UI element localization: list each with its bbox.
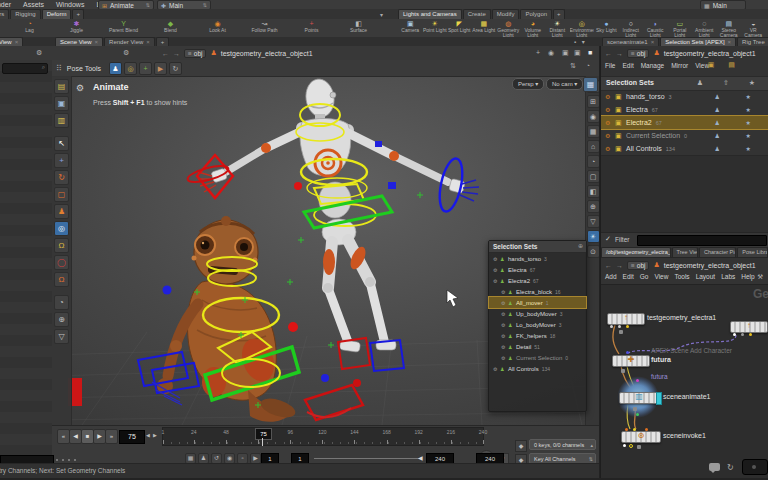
shelf-new-tab[interactable]: + bbox=[72, 9, 84, 19]
back-icon[interactable]: ← bbox=[162, 50, 169, 57]
lower-pane-tab-tree-view[interactable]: Tree View bbox=[672, 247, 698, 257]
pivot-icon[interactable]: ◉ bbox=[587, 110, 600, 123]
viewport-gear-icon[interactable]: ⚙ bbox=[123, 49, 129, 57]
viewport-pane-tab-render-view[interactable]: Render View× bbox=[104, 37, 155, 46]
row-action-icons[interactable]: ♟ ★ bbox=[715, 93, 763, 100]
current-frame-field[interactable]: 75 bbox=[119, 430, 145, 444]
node-label[interactable]: sceneinvoke1 bbox=[663, 432, 706, 439]
shelf-tab-rigging[interactable]: Rigging bbox=[10, 9, 40, 19]
camera-link-pill[interactable]: No cam ▾ bbox=[546, 78, 583, 90]
shelf-tool-look-at[interactable]: ◉Look At bbox=[194, 19, 241, 37]
shelf-tool-distant-light[interactable]: ☀Distant Light bbox=[545, 19, 570, 37]
selection-set-electra[interactable]: ⚙▣Electra67♟ ★ bbox=[601, 103, 768, 116]
frame-selected-icon[interactable]: ▢ bbox=[587, 170, 600, 183]
shelf-tool-point-light[interactable]: ☀Point Light bbox=[423, 19, 448, 37]
current-node-path[interactable]: testgeometry_electra_object1 bbox=[221, 50, 313, 57]
select-tool-icon[interactable]: ↖ bbox=[54, 136, 69, 151]
node-label[interactable]: testgeometry_electra1 bbox=[647, 314, 716, 321]
shelf-tool-ambient-light[interactable]: ◌Ambient Light bbox=[692, 19, 717, 37]
orbit-tool-icon[interactable]: ◔ bbox=[54, 295, 69, 310]
gear-icon[interactable]: ⚙ bbox=[493, 366, 500, 372]
shelf-tool-points[interactable]: +Points bbox=[288, 19, 335, 37]
row-action-icons[interactable]: ♟ ★ bbox=[715, 132, 763, 139]
character-pose-icon[interactable]: ♟ bbox=[109, 62, 122, 75]
tab-close-icon[interactable]: × bbox=[146, 39, 150, 46]
network-menu-tools[interactable]: Tools bbox=[674, 273, 689, 280]
jump-end-button[interactable]: » bbox=[105, 429, 118, 444]
node-label[interactable]: sceneanimate1 bbox=[663, 393, 710, 400]
shelf-tool-portal-light[interactable]: ▭Portal Light bbox=[668, 19, 693, 37]
right-pane-tab-selection-sets-apex-[interactable]: Selection Sets [APEX]× bbox=[660, 37, 736, 46]
shelf-tab-polygon[interactable]: Polygon bbox=[520, 9, 552, 19]
shelf-more-icon[interactable]: ▾ bbox=[380, 11, 385, 18]
pose-library-icon[interactable]: ▤ bbox=[54, 79, 69, 94]
menu-assets[interactable]: Assets bbox=[22, 0, 45, 9]
keys-summary-button[interactable]: 0 keys, 0/0 channels▴ bbox=[529, 439, 596, 450]
back-icon[interactable]: ← bbox=[605, 50, 612, 57]
gear-icon[interactable]: ⚙ bbox=[501, 355, 508, 361]
viewport-pane-new-tab[interactable]: + bbox=[156, 37, 170, 46]
comment-bubble-icon[interactable] bbox=[709, 463, 720, 471]
gear-icon[interactable]: ⚙ bbox=[501, 289, 508, 295]
selection-set-current-selection[interactable]: ⚙♟Current Selection0 bbox=[489, 352, 586, 363]
tab-close-icon[interactable]: × bbox=[651, 39, 655, 46]
gear-icon[interactable]: ⚙ bbox=[501, 344, 508, 350]
shelf-tool-environment-light[interactable]: ◎Environment Light bbox=[570, 19, 595, 37]
shelf-tool-spot-light[interactable]: ◤Spot Light bbox=[447, 19, 472, 37]
timeline-ruler[interactable]: 12448729612014416819221624075 bbox=[162, 427, 484, 446]
tab-close-icon[interactable]: × bbox=[728, 39, 732, 46]
pose-tool-icon[interactable]: ♟ bbox=[54, 204, 69, 219]
network-menu-labs[interactable]: Labs bbox=[721, 273, 735, 280]
selection-set-electra-block[interactable]: ⚙♟Electra_block16 bbox=[489, 286, 586, 297]
gear-icon[interactable]: ⚙ bbox=[605, 106, 615, 113]
camera-thumbnail-icon[interactable]: ▦ bbox=[583, 77, 598, 92]
ik-tool-icon[interactable]: Ω bbox=[54, 238, 69, 253]
network-menu-help[interactable]: Help bbox=[741, 273, 754, 280]
filter-check-icon[interactable]: ✓ bbox=[605, 235, 611, 243]
selection-set-up-bodymover[interactable]: ⚙♟Up_bodyMover3 bbox=[489, 308, 586, 319]
selection-set-lo-bodymover[interactable]: ⚙♟Lo_bodyMover3 bbox=[489, 319, 586, 330]
floating-panel-title[interactable]: Selection Sets bbox=[489, 241, 586, 253]
forward-icon[interactable]: → bbox=[616, 50, 623, 57]
selection-set-electra2[interactable]: ⚙♟Electra267 bbox=[489, 275, 586, 286]
gear-icon[interactable]: ⚙ bbox=[501, 333, 508, 339]
selection-set-hands-torso[interactable]: ⚙▣hands_torso3♟ ★ bbox=[601, 90, 768, 103]
shelf-tab-modify[interactable]: Modify bbox=[492, 9, 520, 19]
shelf-tool-follow-path[interactable]: ↝Follow Path bbox=[241, 19, 288, 37]
snap-circle-icon[interactable]: ◉ bbox=[548, 49, 554, 57]
header-action-icons[interactable]: ♟ ⇧ ★ bbox=[697, 79, 764, 87]
lower-pane-tab-pose-library[interactable]: Pose Library bbox=[737, 247, 768, 257]
network-menu-layout[interactable]: Layout bbox=[696, 273, 716, 280]
forward-icon[interactable]: → bbox=[616, 262, 623, 269]
pose-target-icon[interactable]: ◎ bbox=[124, 62, 137, 75]
shelf-tool-parent-blend[interactable]: YParent Blend bbox=[100, 19, 147, 37]
gear-icon[interactable]: ⚙ bbox=[501, 300, 508, 306]
spinner-icon[interactable]: ⇅ bbox=[203, 2, 207, 8]
shelf-tool-area-light[interactable]: ▦Area Light bbox=[472, 19, 497, 37]
lighting-icon[interactable]: ☀ bbox=[587, 230, 600, 243]
right-pane-tab-rig-tree[interactable]: Rig Tree× bbox=[737, 37, 768, 46]
pin-icon[interactable]: ⊕ bbox=[578, 242, 583, 249]
grid-toggle-icon[interactable]: ⊞ bbox=[587, 95, 600, 108]
row-action-icons[interactable]: ♟ ★ bbox=[715, 106, 763, 113]
lower-pane-tab--obj-testgeometry-electra-object1[interactable]: /obj/testgeometry_electra_object1× bbox=[601, 247, 671, 257]
selection-sets-menu-mirror[interactable]: Mirror bbox=[671, 62, 688, 69]
network-menu-add[interactable]: Add bbox=[605, 273, 617, 280]
pan-tool-icon[interactable]: ⊕ bbox=[54, 312, 69, 327]
shelf-tool-geometry-light[interactable]: ◍Geometry Light bbox=[496, 19, 521, 37]
network-menu-go[interactable]: Go bbox=[640, 273, 649, 280]
selection-set-electra2[interactable]: ⚙▣Electra267♟ ★ bbox=[601, 116, 768, 129]
selection-set-all-controls[interactable]: ⚙♟All Controls134 bbox=[489, 363, 586, 374]
handles-tool-icon[interactable]: ◎ bbox=[54, 221, 69, 236]
network-editor[interactable]: Geo ↑ testgeometry_electra1 ↑ APEX Scene… bbox=[601, 284, 768, 478]
home-view-icon[interactable]: ⌂ bbox=[587, 140, 600, 153]
shelf-tool-jiggle[interactable]: ✱Jiggle bbox=[53, 19, 100, 37]
maximize-pane-icon[interactable]: ■ bbox=[588, 49, 592, 56]
range-slider-handle[interactable]: ◀ bbox=[418, 454, 423, 461]
current-node-path[interactable]: testgeometry_electra_object1 bbox=[664, 50, 756, 57]
network-menu-edit[interactable]: Edit bbox=[623, 273, 634, 280]
right-pane-tab-sceneanimate1[interactable]: sceneanimate1× bbox=[602, 37, 659, 46]
gear-icon[interactable]: ⚙ bbox=[605, 145, 615, 152]
tree-search-input[interactable]: ⌕ bbox=[2, 63, 48, 74]
prev-key-icon[interactable]: ◀ bbox=[146, 432, 150, 438]
